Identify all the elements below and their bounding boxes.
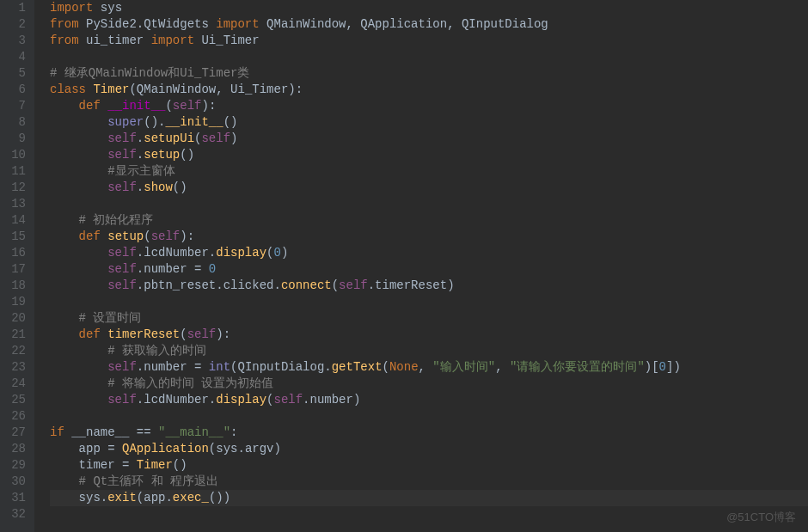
token-self: self (107, 148, 137, 162)
code-line[interactable]: self.lcdNumber.display(self.number) (50, 392, 808, 408)
token-self: self (187, 327, 217, 341)
token-number: 0 (209, 262, 216, 276)
code-line[interactable]: def timerReset(self): (50, 327, 808, 343)
token-paren: ) (288, 83, 295, 96)
code-line[interactable]: self.number = 0 (50, 261, 808, 278)
token-ident: argv (245, 442, 274, 456)
code-line[interactable]: # 设置时间 (50, 310, 808, 327)
token-ident: number (144, 262, 194, 276)
code-line[interactable]: from ui_timer import Ui_Timer (50, 33, 808, 49)
code-line[interactable]: # 获取输入的时间 (50, 343, 808, 359)
token-keyword: import (151, 34, 194, 47)
token-func: getText (332, 360, 383, 374)
token-ident: QInputDialog (455, 17, 548, 31)
code-line[interactable]: if __name__ == "__main__": (50, 425, 808, 441)
code-line[interactable]: # 初始化程序 (50, 212, 808, 229)
line-number: 18 (7, 278, 26, 294)
code-line[interactable] (50, 196, 808, 212)
token-defname: setup (107, 229, 144, 243)
code-line[interactable]: self.lcdNumber.display(0) (50, 245, 808, 261)
token-ident (50, 148, 107, 162)
token-paren: () (173, 180, 187, 194)
line-number: 16 (7, 245, 26, 261)
token-ident (50, 311, 79, 325)
line-number: 32 (7, 506, 26, 523)
code-line[interactable]: app = QApplication(sys.argv) (50, 441, 808, 457)
code-area[interactable]: import sysfrom PySide2.QtWidgets import … (34, 0, 808, 532)
code-line[interactable]: class Timer(QMainWindow, Ui_Timer): (50, 82, 808, 98)
token-comment: # Qt主循环 和 程序退出 (79, 474, 218, 488)
token-op: , (346, 17, 353, 31)
code-line[interactable]: # 继承QMainWindow和Ui_Timer类 (50, 65, 808, 82)
code-line[interactable]: #显示主窗体 (50, 163, 808, 180)
token-ident (201, 262, 208, 276)
token-op: : (230, 425, 237, 439)
code-line[interactable]: self.pbtn_reset.clicked.connect(self.tim… (50, 278, 808, 294)
token-func: display (216, 393, 266, 407)
token-ident (101, 99, 107, 113)
code-line[interactable] (50, 49, 808, 65)
token-ident: PySide2.QtWidgets (79, 17, 217, 31)
token-defname: Timer (93, 83, 129, 96)
token-keyword: from (50, 34, 79, 47)
token-ident (50, 278, 107, 292)
token-comment: # 设置时间 (79, 311, 142, 325)
code-line[interactable]: self.number = int(QInputDialog.getText(N… (50, 359, 808, 376)
token-op: , (495, 360, 502, 374)
token-ident: number (144, 360, 194, 374)
code-line[interactable]: super().__init__() (50, 114, 808, 131)
token-comment: # 初始化程序 (79, 213, 154, 227)
token-paren: ) (274, 442, 281, 456)
code-line[interactable]: self.setupUi(self) (50, 131, 808, 147)
code-line[interactable]: self.show() (50, 180, 808, 196)
token-op: : (296, 83, 303, 96)
code-line[interactable]: def setup(self): (50, 229, 808, 245)
token-op: . (137, 246, 144, 260)
token-keyword: import (50, 1, 93, 15)
code-line[interactable]: self.setup() (50, 147, 808, 163)
token-number: 0 (273, 246, 280, 260)
line-number: 22 (7, 343, 26, 359)
token-ident: app (50, 442, 107, 456)
token-keyword: import (216, 17, 259, 31)
line-number: 21 (7, 327, 26, 343)
code-line[interactable] (50, 506, 808, 523)
line-number: 9 (7, 131, 26, 147)
line-number: 7 (7, 98, 26, 114)
token-ident (50, 131, 107, 145)
line-number: 13 (7, 196, 26, 212)
code-line[interactable]: # 将输入的时间 设置为初始值 (50, 376, 808, 392)
line-number: 6 (7, 82, 26, 98)
line-number: 2 (7, 16, 26, 33)
token-paren: ) (201, 99, 208, 113)
line-number: 19 (7, 294, 26, 310)
token-paren: () (144, 115, 158, 129)
code-line[interactable] (50, 408, 808, 425)
line-number: 17 (7, 261, 26, 278)
token-op: . (137, 180, 144, 194)
token-func: QApplication (122, 442, 209, 456)
code-editor[interactable]: 1234567891011121314151617181920212223242… (0, 0, 808, 532)
token-op: . (209, 246, 216, 260)
code-line[interactable] (50, 294, 808, 310)
token-paren: ( (165, 99, 172, 113)
code-line[interactable]: def __init__(self): (50, 98, 808, 114)
code-line[interactable]: sys.exit(app.exec_()) (50, 490, 808, 506)
token-op: : (187, 229, 194, 243)
token-ident (50, 474, 79, 488)
code-line[interactable]: timer = Timer() (50, 457, 808, 474)
code-line[interactable]: import sys (50, 0, 808, 16)
token-keyword: from (50, 17, 79, 31)
token-ident: Ui_Timer (223, 83, 289, 96)
token-keyword: def (79, 99, 101, 113)
token-keyword: class (50, 83, 86, 96)
token-op: . (237, 442, 244, 456)
code-line[interactable]: from PySide2.QtWidgets import QMainWindo… (50, 16, 808, 33)
code-line[interactable]: # Qt主循环 和 程序退出 (50, 474, 808, 490)
token-paren: ( (137, 491, 144, 504)
token-self: self (107, 262, 137, 276)
token-op: . (165, 491, 172, 504)
token-func: exec_ (173, 491, 209, 504)
token-op: . (137, 360, 144, 374)
token-number: 0 (659, 360, 666, 374)
